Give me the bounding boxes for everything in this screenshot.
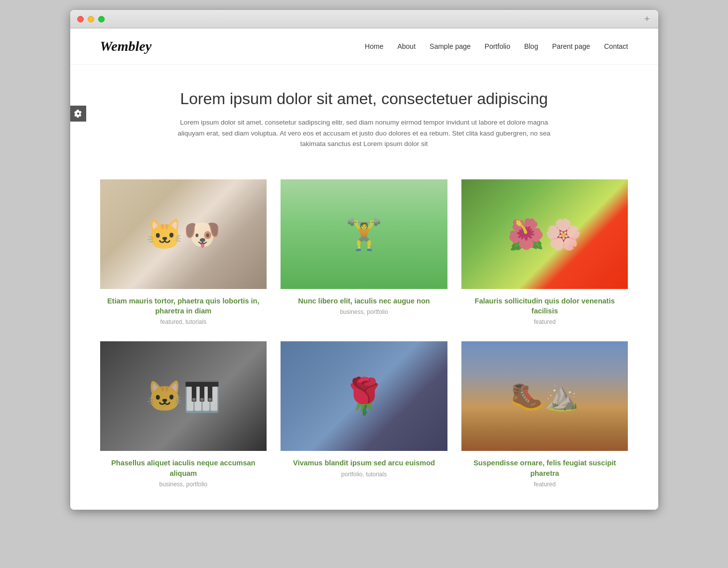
portfolio-image-cat-piano[interactable] [100, 341, 267, 451]
nav-about[interactable]: About [397, 42, 416, 50]
portfolio-image-rose[interactable] [281, 341, 447, 451]
list-item: Falauris sollicitudin quis dolor venenat… [461, 179, 628, 328]
titlebar: + [70, 10, 658, 28]
portfolio-grid: Etiam mauris tortor, phaetra quis lobort… [70, 169, 658, 510]
nav-home[interactable]: Home [365, 42, 383, 50]
portfolio-tags: featured [463, 481, 626, 488]
main-nav: Home About Sample page Portfolio Blog Pa… [365, 42, 628, 50]
portfolio-tags: business, portfolio [283, 308, 445, 315]
portfolio-caption: Etiam mauris tortor, phaetra quis lobort… [100, 289, 267, 328]
browser-window: + Wembley Home About Sample page Portfol… [70, 10, 658, 510]
list-item: Phasellus aliquet iaculis neque accumsan… [100, 341, 267, 490]
portfolio-title[interactable]: Phasellus aliquet iaculis neque accumsan… [102, 458, 265, 478]
list-item: Suspendisse ornare, felis feugiat suscip… [461, 341, 628, 490]
portfolio-image-hikers[interactable] [461, 341, 628, 451]
hero-text: Lorem ipsum dolor sit amet, consetetur s… [170, 117, 559, 149]
hero-title: Lorem ipsum dolor sit amet, consectetuer… [130, 90, 598, 108]
nav-contact[interactable]: Contact [604, 42, 628, 50]
portfolio-caption: Falauris sollicitudin quis dolor venenat… [461, 289, 628, 328]
nav-parent-page[interactable]: Parent page [552, 42, 590, 50]
nav-portfolio[interactable]: Portfolio [485, 42, 510, 50]
maximize-button[interactable] [98, 16, 105, 22]
portfolio-caption: Phasellus aliquet iaculis neque accumsan… [100, 451, 267, 490]
nav-sample-page[interactable]: Sample page [430, 42, 471, 50]
portfolio-tags: featured, tutorials [102, 318, 265, 325]
portfolio-tags: featured [463, 318, 626, 325]
page-content: Wembley Home About Sample page Portfolio… [70, 28, 658, 510]
nav-blog[interactable]: Blog [524, 42, 538, 50]
list-item: Vivamus blandit ipsum sed arcu euismod p… [281, 341, 447, 490]
settings-button[interactable] [70, 106, 86, 122]
portfolio-caption: Nunc libero elit, iaculis nec augue non … [281, 289, 447, 317]
site-header: Wembley Home About Sample page Portfolio… [70, 28, 658, 65]
list-item: Etiam mauris tortor, phaetra quis lobort… [100, 179, 267, 328]
portfolio-caption: Vivamus blandit ipsum sed arcu euismod p… [281, 451, 447, 479]
portfolio-image-pushup[interactable] [281, 179, 447, 289]
close-button[interactable] [77, 16, 84, 22]
new-tab-button[interactable]: + [643, 15, 651, 23]
portfolio-title[interactable]: Falauris sollicitudin quis dolor venenat… [463, 296, 626, 316]
portfolio-tags: business, portfolio [102, 481, 265, 488]
site-logo: Wembley [100, 38, 152, 54]
portfolio-image-flowers[interactable] [461, 179, 628, 289]
portfolio-image-cat-dog[interactable] [100, 179, 267, 289]
portfolio-caption: Suspendisse ornare, felis feugiat suscip… [461, 451, 628, 490]
list-item: Nunc libero elit, iaculis nec augue non … [281, 179, 447, 328]
portfolio-title[interactable]: Suspendisse ornare, felis feugiat suscip… [463, 458, 626, 478]
portfolio-title[interactable]: Etiam mauris tortor, phaetra quis lobort… [102, 296, 265, 316]
minimize-button[interactable] [88, 16, 94, 22]
portfolio-tags: portfolio, tutorials [283, 471, 445, 478]
portfolio-title[interactable]: Vivamus blandit ipsum sed arcu euismod [283, 458, 445, 468]
portfolio-title[interactable]: Nunc libero elit, iaculis nec augue non [283, 296, 445, 306]
hero-section: Lorem ipsum dolor sit amet, consectetuer… [70, 65, 658, 169]
